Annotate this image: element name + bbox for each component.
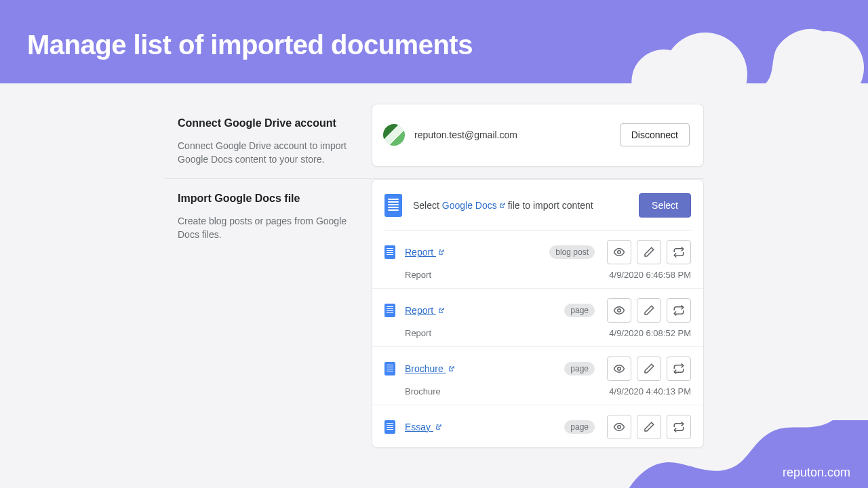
import-desc: Create blog posts or pages from Google D… (178, 214, 349, 242)
doc-timestamp: 4/9/2020 6:46:58 PM (609, 270, 691, 280)
google-docs-icon (384, 420, 395, 434)
svg-point-4 (618, 367, 621, 370)
google-docs-icon (384, 194, 402, 217)
view-button[interactable] (607, 415, 631, 439)
sync-button[interactable] (667, 415, 691, 439)
google-docs-icon (384, 245, 395, 259)
doc-timestamp: 4/9/2020 6:08:52 PM (609, 328, 691, 338)
doc-row: Report blog postReport4/9/2020 6:46:58 P… (372, 230, 703, 289)
doc-link[interactable]: Essay (405, 422, 564, 432)
page-banner: Manage list of imported documents (0, 0, 868, 83)
edit-button[interactable] (637, 415, 661, 439)
doc-type-badge: page (564, 304, 595, 317)
doc-row: Report pageReport4/9/2020 6:08:52 PM (372, 289, 703, 347)
svg-point-2 (618, 250, 621, 253)
account-email: reputon.test@gmail.com (414, 129, 620, 140)
doc-link[interactable]: Report (405, 247, 549, 258)
external-link-icon (438, 308, 444, 314)
doc-type-badge: blog post (549, 245, 595, 259)
external-link-icon (499, 203, 505, 209)
connect-left-panel: Connect Google Drive account Connect Goo… (178, 104, 349, 167)
external-link-icon (435, 424, 441, 430)
import-left-panel: Import Google Docs file Create blog post… (178, 179, 349, 448)
select-button[interactable]: Select (639, 193, 691, 218)
external-link-icon (438, 249, 444, 256)
disconnect-button[interactable]: Disconnect (620, 123, 690, 146)
docs-list: Report blog postReport4/9/2020 6:46:58 P… (372, 230, 703, 447)
doc-type-badge: page (564, 362, 595, 375)
google-docs-icon (384, 362, 395, 375)
svg-point-5 (618, 425, 621, 428)
import-section: Import Google Docs file Create blog post… (164, 179, 704, 448)
doc-subtitle: Report (405, 270, 431, 280)
doc-row: Essay page (372, 405, 703, 447)
connect-desc: Connect Google Drive account to import G… (178, 139, 349, 167)
doc-row: Brochure pageBrochure4/9/2020 4:40:13 PM (372, 347, 703, 405)
account-avatar (383, 124, 405, 146)
doc-type-badge: page (564, 420, 595, 434)
view-button[interactable] (607, 240, 631, 264)
doc-subtitle: Brochure (405, 386, 441, 396)
svg-point-3 (618, 308, 621, 312)
external-link-icon (448, 366, 454, 372)
edit-button[interactable] (637, 240, 661, 264)
connect-title: Connect Google Drive account (178, 117, 349, 129)
import-card: Select Google Docs file to import conten… (372, 179, 704, 448)
view-button[interactable] (607, 298, 631, 323)
doc-timestamp: 4/9/2020 4:40:13 PM (609, 386, 691, 396)
sync-button[interactable] (667, 240, 691, 264)
select-instruction: Select Google Docs file to import conten… (413, 200, 639, 211)
edit-button[interactable] (637, 357, 661, 381)
brand-label: reputon.com (783, 466, 850, 480)
page-title: Manage list of imported documents (0, 0, 868, 60)
connect-account-section: Connect Google Drive account Connect Goo… (164, 104, 704, 167)
edit-button[interactable] (637, 298, 661, 323)
google-docs-link[interactable]: Google Docs (442, 200, 505, 211)
connect-card: reputon.test@gmail.com Disconnect (372, 104, 704, 167)
sync-button[interactable] (667, 298, 691, 323)
sync-button[interactable] (667, 357, 691, 381)
view-button[interactable] (607, 357, 631, 381)
doc-subtitle: Report (405, 328, 431, 338)
doc-link[interactable]: Report (405, 305, 564, 316)
import-title: Import Google Docs file (178, 192, 349, 205)
content-area: Connect Google Drive account Connect Goo… (164, 104, 704, 448)
doc-link[interactable]: Brochure (405, 363, 564, 374)
google-docs-icon (384, 304, 395, 317)
